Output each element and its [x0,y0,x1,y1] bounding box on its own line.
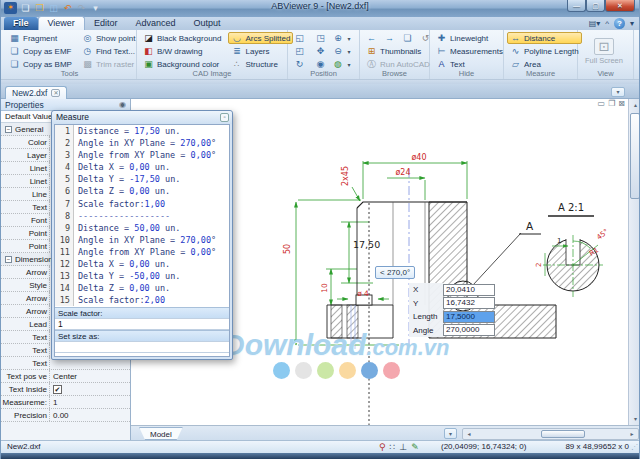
maximize-button[interactable]: ▢ [586,0,605,12]
property-row[interactable]: Text pos veCenter [1,370,130,383]
scale-factor-input[interactable]: 1 [55,318,229,330]
find-text-button[interactable]: ◷Find Text... [79,45,139,57]
scroll-right-icon[interactable]: ▸ [626,429,638,439]
ribbon-group-label: View [578,69,633,78]
collapse-icon[interactable]: − [5,256,12,263]
draw-status-icon[interactable]: ✎ [411,441,419,453]
horizontal-scroll-thumb[interactable] [541,430,585,438]
zoom-status-icon[interactable]: ⚲ [379,441,386,453]
close-button[interactable]: ✕ [605,0,635,12]
zoom-previous-button[interactable]: ◰ [291,45,308,57]
lineweight-button[interactable]: ✚Lineweight [433,32,506,44]
measure-line-number: 1 [55,125,74,137]
tab-file[interactable]: File [4,17,38,30]
property-value[interactable]: 0.00 [49,409,130,421]
measure-results-list[interactable]: 1Distance = 17,50 un.2Angle in XY Plane … [55,125,229,307]
overlay-value-input[interactable]: 20,0410 [443,284,495,296]
property-row[interactable]: Precision0.00 [1,409,130,422]
property-label: Text Inside [1,385,49,394]
zoom-in-button[interactable]: ⊕▾ [333,32,350,44]
forward-button[interactable]: → [381,32,398,44]
measure-dialog[interactable]: Measure ▫ 1Distance = 17,50 un.2Angle in… [51,110,233,360]
overlay-value-input[interactable]: 17,5000 [443,311,495,323]
run-autocad-icon: Ⓐ [366,59,377,70]
edit-view-button[interactable]: ❏ [399,32,416,44]
thumbnails-button[interactable]: ⊞Thumbnails [363,45,434,57]
measure-line-number: 4 [55,161,74,173]
document-tab-bar: New2.dxf ✕ ▾ [1,84,639,99]
pan-button[interactable]: ✥ [312,45,329,57]
fit-to-window-button[interactable]: ◱ [291,32,308,44]
zoom-out-button[interactable]: ⊖▾ [333,45,350,57]
property-value[interactable]: ✔ [49,383,130,395]
distance-button[interactable]: ↔Distance [507,32,582,44]
property-label: Text pos ve [1,372,49,381]
full-screen-button[interactable]: ⊡Full Screen [581,32,627,70]
property-row[interactable]: Text Inside✔ [1,383,130,396]
checkbox-checked-icon[interactable]: ✔ [53,385,62,394]
tab-viewer[interactable]: Viewer [38,16,85,30]
vertical-scrollbar[interactable]: ▴ ▾ [628,99,640,425]
fragment-button[interactable]: ▦Fragment [6,32,75,44]
measure-line-text: Angle in XY Plane = 270,00° [74,137,216,149]
polyline-length-button[interactable]: ∿Polyline Length [507,45,582,57]
scroll-up-icon[interactable]: ▴ [629,99,640,111]
overlay-label: X [409,283,443,297]
grid-status-icon[interactable]: ∷ [390,441,396,453]
watermark-dot [383,362,400,379]
pin-icon[interactable]: ◉ [119,100,126,109]
minimize-doc-icon[interactable]: ▭ [598,99,606,108]
pen-style-icon[interactable]: ▤▾ [589,19,601,28]
document-tab[interactable]: New2.dxf ✕ [5,86,67,99]
title-bar: ✶❏❒◫↶↷▾ ABViewer 9 - [New2.dxf] —▢✕ [1,0,639,17]
ribbon-group-label: Measure [504,69,577,78]
measure-line-number: 10 [55,234,74,246]
scroll-left-icon[interactable]: ◂ [463,429,475,439]
property-row[interactable]: Measureme:1 [1,396,130,409]
trim-raster-label: Trim raster [96,60,134,69]
find-text-icon: ◷ [82,46,93,57]
model-tab[interactable]: Model [139,427,183,440]
property-value[interactable]: Center [49,370,130,382]
layout-list-button[interactable]: ▾ [444,428,457,439]
bw-drawing-button[interactable]: ◧B/W drawing [140,45,224,57]
help-dropdown-icon[interactable]: ▾ [630,19,634,28]
copy-as-emf-button[interactable]: ❏Copy as EMF [6,45,75,57]
help-icon[interactable]: ? [614,18,625,29]
layers-button[interactable]: ≣Layers [228,45,293,57]
ribbon-tab-row-icons: ▤▾^?▾ [589,18,634,29]
measurements-button[interactable]: ⊢Measurements [433,45,506,57]
property-label: Text [1,359,49,368]
overlay-value-input[interactable]: 16,7432 [443,297,495,309]
dialog-close-icon[interactable]: ▫ [220,113,229,122]
vertical-scroll-thumb[interactable] [630,113,640,199]
tab-scroll-button[interactable]: ▾ [611,87,625,97]
minimize-button[interactable]: — [567,0,586,12]
overlay-value-input[interactable]: 270,0000 [443,324,495,336]
tab-editor[interactable]: Editor [85,17,127,30]
collapse-ribbon-icon[interactable]: ^ [605,19,609,28]
resize-grip[interactable]: ⋰ [631,443,638,451]
tab-advanced[interactable]: Advanced [126,17,184,30]
back-button[interactable]: ← [363,32,380,44]
ribbon-group-label: Hide [430,69,503,78]
arcs-splitted-button[interactable]: ◡Arcs Splitted [228,32,293,44]
show-point-button[interactable]: ◎Show point [79,32,139,44]
close-doc-icon[interactable]: ⊠ [618,99,625,108]
tab-output[interactable]: Output [184,17,229,30]
horizontal-scrollbar[interactable]: ◂ ▸ [462,428,639,440]
polyline-length-icon: ∿ [510,46,521,57]
black-background-button[interactable]: ◪Black Background [140,32,224,44]
measure-line-text: Angle from XY Plane = 0,00° [74,149,216,161]
document-tab-close-icon[interactable]: ✕ [51,89,60,97]
detail-dim-1: 1 [557,237,561,245]
restore-doc-icon[interactable]: ❐ [608,99,615,108]
zoom-window-button[interactable]: ◳ [312,32,329,44]
measure-dialog-title[interactable]: Measure ▫ [52,111,232,124]
scroll-down-icon[interactable]: ▾ [629,413,640,425]
property-value[interactable]: 1 [49,396,130,408]
ortho-status-icon[interactable]: ⊥ [399,441,407,453]
set-size-input[interactable] [55,341,229,353]
property-label: Lead [1,320,49,329]
collapse-icon[interactable]: − [5,126,12,133]
